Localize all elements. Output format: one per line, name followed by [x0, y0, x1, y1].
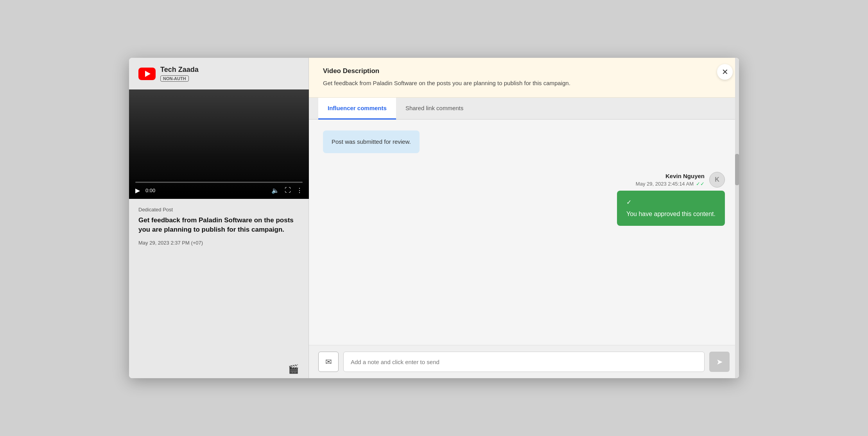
system-message: Post was submitted for review. [323, 130, 420, 154]
read-check-icon: ✓✓ [696, 181, 705, 187]
brand-info: Tech Zaada NON-AUTH [160, 66, 199, 82]
user-comment-header: Kevin Nguyen May 29, 2023 2:45:14 AM ✓✓ … [636, 172, 725, 188]
progress-bar[interactable] [135, 182, 303, 183]
brand-name: Tech Zaada [160, 66, 199, 74]
scrollbar-thumb[interactable] [735, 154, 739, 185]
user-comment-container: Kevin Nguyen May 29, 2023 2:45:14 AM ✓✓ … [323, 172, 725, 226]
controls-right: 🔈 ⛶ ⋮ [271, 187, 303, 194]
right-panel: Video Description Get feedback from Pala… [309, 58, 739, 378]
comment-timestamp: May 29, 2023 2:45:14 AM ✓✓ [636, 181, 705, 187]
left-panel: Tech Zaada NON-AUTH ▶ 0:00 🔈 ⛶ ⋮ [129, 58, 309, 378]
avatar: K [709, 172, 725, 188]
description-text: Get feedback from Paladin Software on th… [323, 79, 725, 88]
user-name: Kevin Nguyen [665, 173, 705, 179]
comments-area: Post was submitted for review. Kevin Ngu… [309, 120, 739, 345]
fullscreen-icon[interactable]: ⛶ [285, 187, 291, 194]
video-icon-bottom: 🎬 [129, 358, 308, 378]
modal: ✕ Tech Zaada NON-AUTH ▶ 0:00 🔈 ⛶ [129, 58, 739, 378]
post-title: Get feedback from Paladin Software on th… [138, 216, 299, 234]
note-input[interactable] [343, 352, 705, 372]
close-button[interactable]: ✕ [717, 64, 733, 80]
approval-text: You have approved this content. [626, 209, 716, 219]
non-auth-badge: NON-AUTH [160, 75, 189, 82]
send-icon: ➤ [716, 357, 723, 366]
approval-check-icon: ✓ [626, 198, 716, 207]
video-preview: ▶ 0:00 🔈 ⛶ ⋮ [129, 89, 309, 199]
volume-icon[interactable]: 🔈 [271, 187, 279, 194]
description-banner: Video Description Get feedback from Pala… [309, 58, 739, 98]
more-options-icon[interactable]: ⋮ [296, 187, 303, 194]
brand-header: Tech Zaada NON-AUTH [129, 58, 308, 89]
video-controls: ▶ 0:00 🔈 ⛶ ⋮ [129, 177, 309, 199]
scrollbar-track[interactable] [735, 58, 739, 378]
description-title: Video Description [323, 67, 725, 75]
youtube-icon [138, 68, 156, 80]
play-icon[interactable]: ▶ [135, 187, 140, 194]
post-type: Dedicated Post [138, 207, 299, 213]
time-display: 0:00 [145, 188, 155, 193]
input-area: ✉ ➤ [309, 345, 739, 378]
post-date: May 29, 2023 2:37 PM (+07) [138, 240, 299, 246]
post-meta: Dedicated Post Get feedback from Paladin… [129, 199, 308, 254]
tab-influencer-comments[interactable]: Influencer comments [318, 98, 396, 120]
tab-shared-link-comments[interactable]: Shared link comments [396, 98, 473, 120]
email-icon-button[interactable]: ✉ [318, 352, 339, 372]
send-button[interactable]: ➤ [709, 352, 730, 372]
approval-bubble: ✓ You have approved this content. [617, 191, 725, 226]
video-camera-icon: 🎬 [288, 364, 299, 372]
controls-row: ▶ 0:00 🔈 ⛶ ⋮ [135, 187, 303, 194]
tabs-bar: Influencer comments Shared link comments [309, 98, 739, 120]
